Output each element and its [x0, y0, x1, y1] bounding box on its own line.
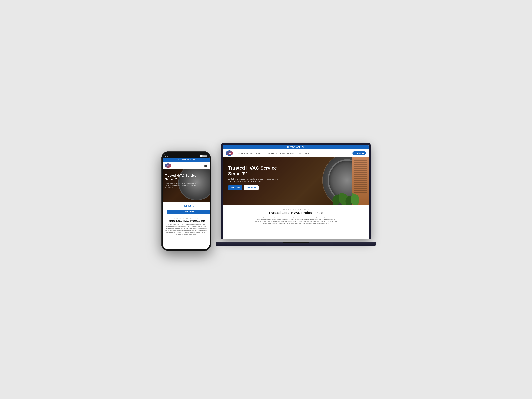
laptop-topbar-free-estimate: FREE ESTIMATE	[287, 146, 300, 148]
phone-notch	[179, 153, 194, 156]
phone-buttons-section: Call Us Now Book Online	[163, 202, 210, 216]
phone-battery-icon: ▓▓▓▓	[203, 155, 207, 157]
laptop-nav-air-quality[interactable]: AIR QUALITY	[265, 152, 274, 154]
hamburger-line-2	[204, 165, 208, 166]
laptop-hero: Trusted HVAC Service Since '91 Certified…	[223, 157, 369, 205]
laptop-outer: FREE ESTIMATE 752 × ABC AIR CONDITIONING…	[221, 143, 371, 239]
phone-status-icons: ▐▐▐ ▓▓▓▓	[200, 155, 207, 157]
phone-signal-icon: ▐▐▐	[200, 155, 203, 157]
laptop-nav-heating[interactable]: HEATING ▾	[255, 152, 263, 154]
vent-line	[354, 174, 367, 175]
phone-hero-subtitle: Certified HVAC Contractors · AC Installa…	[165, 182, 198, 188]
phone-hero-title: Trusted HVAC Service Since '91	[165, 174, 198, 181]
vent-line	[354, 162, 367, 163]
laptop-contact-button[interactable]: CONTACT US	[352, 152, 366, 155]
laptop-close-icon[interactable]: ×	[366, 146, 367, 148]
laptop-book-online-button[interactable]: Book Online	[228, 185, 242, 190]
laptop-device: FREE ESTIMATE 752 × ABC AIR CONDITIONING…	[221, 143, 371, 246]
laptop-hero-title: Trusted HVAC Service Since '91	[228, 165, 281, 176]
phone-close-icon[interactable]: ×	[207, 159, 208, 161]
laptop-section-title: Trusted Local HVAC Professionals	[228, 211, 364, 215]
laptop-nav-more[interactable]: MORE ▾	[304, 152, 310, 154]
phone-logo: ABC	[165, 163, 171, 168]
vent-line	[354, 165, 367, 167]
laptop-screen: FREE ESTIMATE 752 × ABC AIR CONDITIONING…	[223, 145, 369, 239]
laptop-section-text: At ABC Heating & Air Conditioning, we li…	[254, 216, 337, 225]
phone-top-bar: FREE ESTIMATE 0-9753 ×	[163, 158, 210, 162]
vent-line	[354, 185, 367, 187]
hamburger-line-1	[204, 165, 208, 165]
phone-topbar-number: 0-9753	[190, 159, 195, 161]
phone-logo-text: ABC	[167, 165, 169, 166]
laptop-base	[216, 242, 376, 246]
laptop-nav-air-conditioning[interactable]: AIR CONDITIONING ▾	[238, 152, 253, 154]
laptop-logo: ABC	[226, 151, 233, 156]
phone-outer: 9:41 ▐▐▐ ▓▓▓▓ FREE ESTIMATE 0-9753 × ABC	[161, 151, 211, 251]
phone-book-online-button[interactable]: Book Online	[167, 210, 210, 214]
phone-section-text: At ABC Heating & Air Conditioning, we li…	[165, 223, 208, 235]
laptop-nav-insulation[interactable]: INSULATION	[276, 152, 285, 154]
vent-line	[354, 171, 367, 173]
vent-line	[354, 182, 367, 183]
laptop-hero-buttons: Book Online Call Us Now	[228, 185, 281, 190]
phone-time: 9:41	[165, 155, 168, 157]
laptop-nav: ABC AIR CONDITIONING ▾ HEATING ▾ AIR QUA…	[223, 149, 369, 157]
laptop-nav-offers[interactable]: OFFERS	[296, 152, 303, 154]
phone-topbar-text: FREE ESTIMATE	[177, 159, 189, 161]
phone-call-us-now-button[interactable]: Call Us Now	[167, 204, 210, 208]
hamburger-line-3	[204, 166, 208, 167]
vent-line	[354, 180, 367, 181]
laptop-lower-section: COMFORT & CARE EXPERTS Trusted Local HVA…	[223, 205, 369, 228]
vent-line	[354, 177, 367, 179]
vent-line	[354, 168, 367, 169]
laptop-nav-services[interactable]: SERVICES	[287, 152, 294, 154]
phone-lower-section: COMFORT & CARE EXPERTS Trusted Local HVA…	[163, 216, 210, 237]
laptop-hero-subtitle: Certified HVAC Contractors · AC Installa…	[228, 178, 281, 183]
plants-decoration	[329, 192, 359, 205]
vent-line	[354, 160, 367, 161]
phone-nav: ABC	[163, 162, 210, 169]
vent-line	[354, 184, 367, 185]
vent-line	[354, 188, 367, 189]
laptop-section-label: COMFORT & CARE EXPERTS	[228, 209, 364, 210]
laptop-nav-links: AIR CONDITIONING ▾ HEATING ▾ AIR QUALITY…	[238, 152, 349, 154]
phone-device: 9:41 ▐▐▐ ▓▓▓▓ FREE ESTIMATE 0-9753 × ABC	[161, 151, 211, 251]
laptop-call-us-now-button[interactable]: Call Us Now	[244, 185, 259, 190]
phone-screen: 9:41 ▐▐▐ ▓▓▓▓ FREE ESTIMATE 0-9753 × ABC	[163, 153, 210, 249]
phone-section-title: Trusted Local HVAC Professionals	[165, 220, 208, 222]
phone-hero: Trusted HVAC Service Since '91 Certified…	[163, 169, 210, 202]
scene: FREE ESTIMATE 752 × ABC AIR CONDITIONING…	[161, 133, 371, 266]
vent-line	[354, 164, 367, 165]
vent-line	[354, 176, 367, 177]
laptop-logo-text: ABC	[228, 152, 231, 154]
laptop-hero-content: Trusted HVAC Service Since '91 Certified…	[228, 165, 281, 190]
laptop-topbar-phone: 752	[302, 146, 304, 148]
phone-hero-content: Trusted HVAC Service Since '91 Certified…	[165, 174, 198, 190]
laptop-top-bar: FREE ESTIMATE 752 ×	[223, 145, 369, 149]
phone-section-label: COMFORT & CARE EXPERTS	[165, 218, 208, 219]
vent-line	[354, 170, 367, 171]
laptop-logo-oval: ABC	[226, 151, 233, 156]
vent-lines	[352, 157, 369, 195]
hamburger-menu-button[interactable]	[204, 165, 208, 167]
vent-line	[354, 190, 367, 191]
